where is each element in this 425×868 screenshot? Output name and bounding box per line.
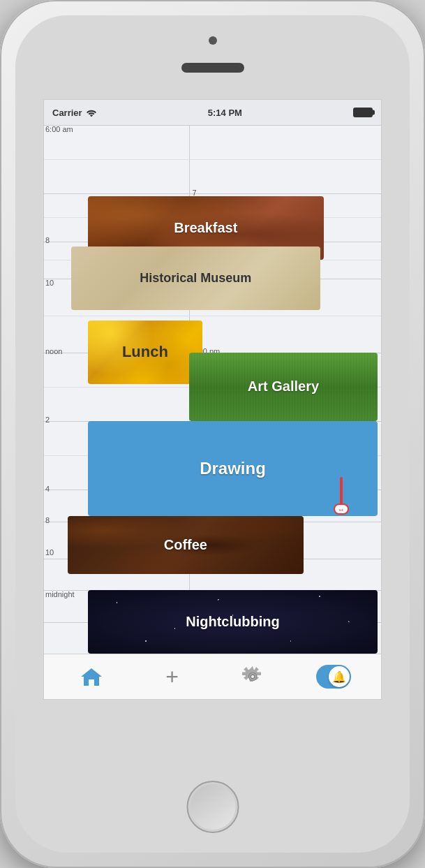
event-museum[interactable]: Historical Museum (71, 247, 320, 310)
time-label-2: 2 (45, 415, 50, 424)
half-line-0 (44, 159, 381, 160)
event-coffee[interactable]: Coffee (68, 516, 304, 574)
resize-handle[interactable]: ↔ (334, 477, 349, 515)
event-drawing-label: Drawing (200, 459, 266, 478)
resize-line (340, 477, 343, 505)
phone-inner: Carrier 5:14 PM (15, 15, 410, 853)
event-nightclub[interactable]: Nightclubbing (88, 590, 378, 654)
tab-bar: + 🔔 (44, 654, 381, 699)
phone-outer: Carrier 5:14 PM (0, 0, 425, 868)
time-label-8: 8 (45, 236, 50, 244)
add-icon: + (165, 665, 179, 688)
half-line-3 (44, 316, 381, 316)
event-nightclub-label: Nightclubbing (186, 614, 279, 630)
event-gallery[interactable]: Art Gallery (189, 353, 378, 421)
notification-toggle[interactable]: 🔔 (316, 665, 351, 689)
time-label-midnight: midnight (45, 590, 75, 598)
event-lunch-label: Lunch (122, 343, 168, 361)
status-battery (353, 108, 373, 117)
event-drawing[interactable]: Drawing ↔ (88, 421, 378, 516)
wifi-icon (86, 108, 97, 117)
svg-marker-0 (81, 668, 102, 686)
event-lunch[interactable]: Lunch (88, 321, 202, 384)
home-button[interactable] (186, 781, 239, 833)
time-label-8b: 8 (45, 516, 50, 524)
camera (209, 36, 217, 45)
status-carrier: Carrier (52, 108, 97, 118)
home-icon (81, 667, 102, 686)
tab-notifications[interactable]: 🔔 (316, 659, 351, 694)
time-label-10b: 10 (45, 548, 54, 557)
time-label-10: 10 (45, 279, 54, 287)
time-label-noon: noon (45, 347, 62, 355)
event-coffee-label: Coffee (164, 537, 207, 553)
carrier-label: Carrier (52, 108, 82, 118)
resize-arrows-icon[interactable]: ↔ (334, 503, 349, 515)
screen: Carrier 5:14 PM (43, 99, 382, 700)
tab-home[interactable] (74, 659, 109, 694)
time-label-4: 4 (45, 485, 50, 493)
event-breakfast-label: Breakfast (174, 220, 237, 236)
grid-line-1 (44, 193, 381, 194)
time-label-7: 7 (193, 189, 197, 197)
event-museum-label: Historical Museum (140, 271, 251, 286)
calendar-body: 6:00 am 7 8 10 noon 1:00 pm 2 4 8 10 11 … (44, 125, 381, 654)
bell-icon: 🔔 (332, 670, 346, 684)
tab-settings[interactable] (235, 659, 270, 694)
battery-icon (353, 108, 373, 117)
tab-add[interactable]: + (155, 659, 190, 694)
toggle-knob: 🔔 (329, 666, 350, 687)
status-time: 5:14 PM (208, 108, 242, 118)
status-bar: Carrier 5:14 PM (44, 100, 381, 125)
settings-icon (242, 666, 263, 687)
grid-line-0 (44, 125, 381, 126)
event-gallery-label: Art Gallery (248, 378, 319, 395)
speaker (181, 63, 244, 73)
time-label-6am: 6:00 am (45, 125, 73, 133)
